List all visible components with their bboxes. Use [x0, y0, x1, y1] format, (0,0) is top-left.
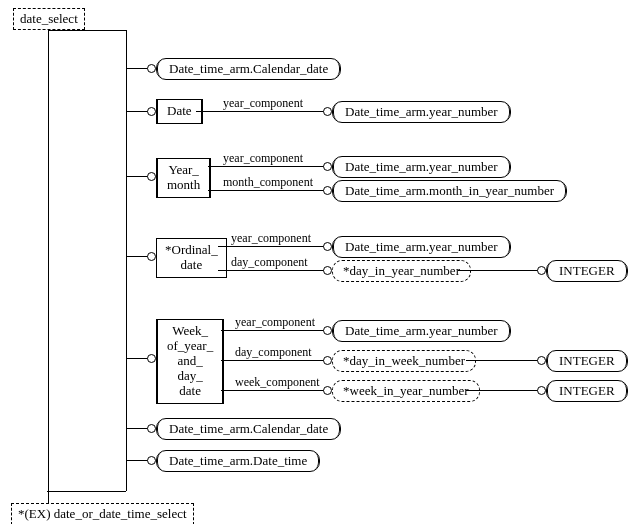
ym-month-target: Date_time_arm.month_in_year_number [332, 180, 567, 202]
wd-week-integer: INTEGER [546, 380, 628, 402]
wd-day-attr: day_component [235, 345, 312, 360]
date-year-attr: year_component [223, 96, 303, 111]
od-integer: INTEGER [546, 260, 628, 282]
calendar-date-1: Date_time_arm.Calendar_date [156, 58, 341, 80]
ordinal-date-entity: *Ordinal_ date [156, 238, 227, 278]
ym-year-target: Date_time_arm.year_number [332, 156, 511, 178]
root-select: date_select [13, 8, 85, 30]
wd-day-integer: INTEGER [546, 350, 628, 372]
od-year-target: Date_time_arm.year_number [332, 236, 511, 258]
wd-week-attr: week_component [235, 375, 320, 390]
year-month-entity: Year_ month [156, 158, 211, 198]
ym-month-attr: month_component [223, 175, 313, 190]
wd-day-target: *day_in_week_number [332, 350, 476, 372]
od-day-attr: day_component [231, 255, 308, 270]
od-year-attr: year_component [231, 231, 311, 246]
od-day-target: *day_in_year_number [332, 260, 471, 282]
date-year-target: Date_time_arm.year_number [332, 101, 511, 123]
wd-year-attr: year_component [235, 315, 315, 330]
wd-week-target: *week_in_year_number [332, 380, 480, 402]
week-date-entity: Week_ of_year_ and_ day_ date [156, 319, 224, 404]
date-time-ref: Date_time_arm.Date_time [156, 450, 320, 472]
calendar-date-2: Date_time_arm.Calendar_date [156, 418, 341, 440]
ym-year-attr: year_component [223, 151, 303, 166]
diagram-container: date_select Date_time_arm.Calendar_date … [8, 8, 623, 524]
wd-year-target: Date_time_arm.year_number [332, 320, 511, 342]
ex-select: *(EX) date_or_date_time_select [11, 503, 194, 524]
